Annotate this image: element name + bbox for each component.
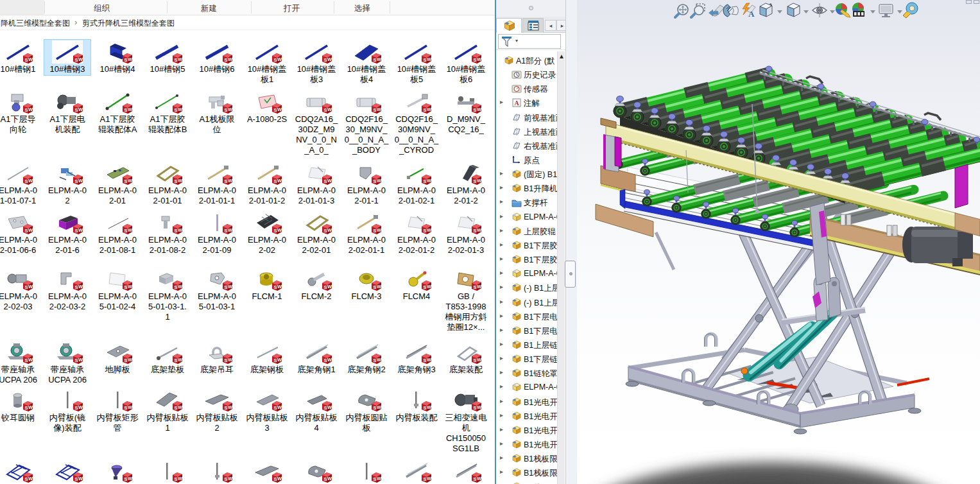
svg-text:W: W	[427, 476, 432, 481]
svg-text:W: W	[178, 284, 183, 290]
svg-text:S: S	[25, 57, 28, 63]
svg-text:S: S	[424, 476, 427, 482]
svg-text:W: W	[377, 476, 382, 481]
svg-text:W: W	[277, 56, 282, 62]
svg-text:W: W	[377, 404, 382, 410]
svg-text:S: S	[25, 107, 28, 113]
svg-text:S: S	[25, 358, 28, 363]
svg-text:S: S	[175, 107, 178, 113]
svg-text:S: S	[75, 57, 78, 63]
svg-text:S: S	[474, 228, 477, 234]
svg-text:S: S	[175, 405, 178, 411]
svg-text:S: S	[125, 228, 128, 234]
svg-text:W: W	[427, 404, 432, 410]
svg-text:S: S	[75, 178, 78, 184]
svg-text:S: S	[474, 405, 477, 411]
svg-text:W: W	[228, 107, 233, 112]
svg-text:S: S	[474, 107, 477, 113]
svg-text:W: W	[28, 56, 33, 62]
svg-text:S: S	[225, 405, 228, 411]
svg-text:W: W	[327, 284, 332, 290]
svg-text:S: S	[424, 284, 427, 290]
svg-text:S: S	[175, 284, 178, 290]
svg-text:A: A	[515, 99, 520, 107]
svg-text:W: W	[228, 404, 233, 410]
svg-text:W: W	[377, 227, 382, 233]
svg-text:W: W	[477, 476, 482, 481]
svg-text:S: S	[274, 405, 277, 411]
svg-text:S: S	[274, 284, 277, 290]
svg-text:S: S	[274, 178, 277, 184]
svg-text:S: S	[225, 284, 228, 290]
svg-text:S: S	[274, 228, 277, 234]
svg-text:S: S	[175, 178, 178, 184]
svg-text:S: S	[125, 284, 128, 290]
svg-text:W: W	[427, 227, 432, 233]
svg-text:W: W	[477, 357, 482, 363]
svg-text:S: S	[324, 57, 327, 63]
svg-text:S: S	[374, 476, 377, 482]
svg-text:W: W	[377, 178, 382, 184]
svg-text:W: W	[128, 56, 133, 62]
svg-text:S: S	[274, 107, 277, 113]
svg-text:S: S	[75, 476, 78, 482]
svg-text:S: S	[25, 405, 28, 411]
svg-text:W: W	[178, 404, 183, 410]
svg-text:S: S	[474, 476, 477, 482]
svg-text:W: W	[277, 178, 282, 184]
svg-text:S: S	[474, 57, 477, 63]
svg-text:W: W	[28, 284, 33, 290]
svg-text:W: W	[178, 357, 183, 363]
svg-text:W: W	[178, 476, 183, 481]
svg-text:W: W	[327, 227, 332, 233]
svg-text:S: S	[374, 358, 377, 363]
svg-text:W: W	[427, 107, 432, 112]
svg-text:S: S	[424, 107, 427, 113]
svg-text:S: S	[324, 405, 327, 411]
svg-text:W: W	[327, 107, 332, 112]
svg-text:W: W	[228, 284, 233, 290]
svg-text:S: S	[374, 284, 377, 290]
svg-text:W: W	[78, 107, 83, 112]
svg-text:S: S	[324, 284, 327, 290]
svg-text:W: W	[477, 227, 482, 233]
svg-text:W: W	[377, 357, 382, 363]
svg-text:S: S	[474, 284, 477, 290]
svg-text:S: S	[225, 358, 228, 363]
svg-text:W: W	[477, 404, 482, 410]
svg-text:W: W	[28, 178, 33, 184]
svg-text:S: S	[225, 228, 228, 234]
svg-text:W: W	[128, 107, 133, 112]
svg-text:W: W	[377, 107, 382, 112]
svg-text:S: S	[175, 476, 178, 482]
svg-text:S: S	[25, 178, 28, 184]
svg-text:S: S	[25, 228, 28, 234]
svg-text:S: S	[474, 358, 477, 363]
svg-text:W: W	[277, 404, 282, 410]
svg-text:S: S	[75, 358, 78, 363]
svg-text:W: W	[128, 476, 133, 481]
svg-text:W: W	[327, 56, 332, 62]
svg-text:S: S	[225, 107, 228, 113]
svg-text:W: W	[327, 178, 332, 184]
svg-text:W: W	[128, 178, 133, 184]
svg-text:W: W	[228, 227, 233, 233]
svg-text:S: S	[324, 358, 327, 363]
svg-text:W: W	[128, 227, 133, 233]
svg-text:S: S	[424, 178, 427, 184]
svg-text:S: S	[175, 228, 178, 234]
svg-text:S: S	[274, 476, 277, 482]
svg-text:S: S	[125, 358, 128, 363]
svg-text:S: S	[125, 57, 128, 63]
svg-text:S: S	[374, 405, 377, 411]
svg-text:W: W	[477, 284, 482, 290]
svg-text:W: W	[377, 56, 382, 62]
svg-text:S: S	[75, 405, 78, 411]
svg-text:S: S	[75, 107, 78, 113]
svg-text:W: W	[427, 56, 432, 62]
svg-text:W: W	[78, 227, 83, 233]
svg-text:W: W	[128, 284, 133, 290]
svg-text:W: W	[228, 357, 233, 363]
svg-text:S: S	[125, 476, 128, 482]
svg-text:W: W	[327, 404, 332, 410]
